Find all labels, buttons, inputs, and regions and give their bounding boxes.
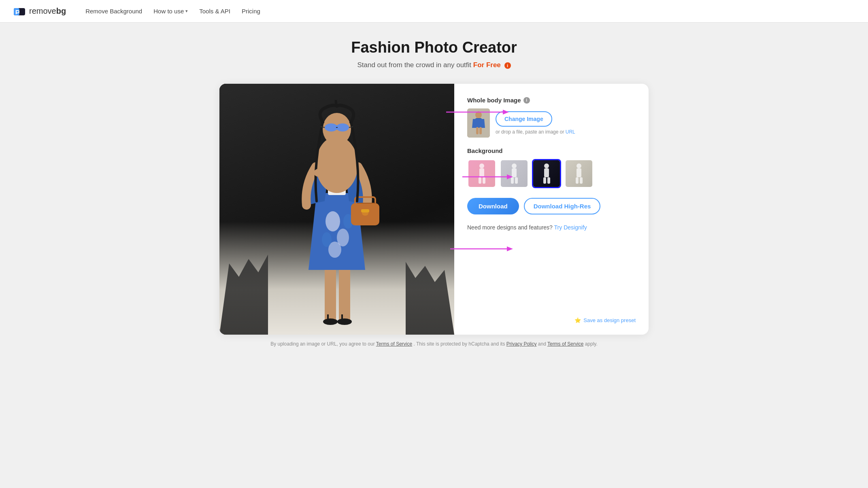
- background-label: Background: [467, 147, 636, 154]
- url-link[interactable]: URL: [566, 129, 575, 135]
- page-content: Fashion Photo Creator Stand out from the…: [211, 23, 657, 378]
- nav-remove-background[interactable]: Remove Background: [85, 8, 142, 15]
- fashion-figure: [276, 100, 398, 335]
- chevron-down-icon: ▾: [185, 8, 188, 14]
- svg-point-52: [577, 163, 581, 168]
- logo-icon: [13, 5, 26, 18]
- bg-thumb-inner-1: [468, 160, 495, 187]
- page-subtitle: Stand out from the crowd in any outfit F…: [219, 61, 649, 69]
- fashion-photo: [219, 84, 454, 335]
- svg-rect-53: [577, 168, 581, 177]
- bg-option-2[interactable]: [500, 159, 529, 188]
- thumb-inner: [467, 108, 490, 138]
- change-image-button[interactable]: Change Image: [496, 111, 552, 127]
- upload-actions: Change Image or drop a file, paste an im…: [496, 111, 575, 135]
- nav-how-to-use[interactable]: How to use ▾: [153, 8, 188, 15]
- page-title: Fashion Photo Creator: [219, 39, 649, 56]
- svg-rect-42: [479, 177, 481, 184]
- svg-rect-45: [512, 168, 517, 177]
- svg-point-11: [337, 318, 352, 325]
- background-section: Background: [467, 147, 636, 188]
- save-preset-btn[interactable]: ⭐ Save as design preset: [467, 317, 636, 323]
- download-button[interactable]: Download: [467, 198, 519, 214]
- svg-rect-47: [515, 177, 518, 184]
- main-nav: Remove Background How to use ▾ Tools & A…: [85, 8, 260, 15]
- main-card-wrapper: Whole body Image i: [219, 84, 649, 335]
- svg-rect-51: [547, 177, 550, 184]
- bg-thumb-inner-2: [501, 160, 528, 187]
- whole-body-info-icon[interactable]: i: [523, 97, 530, 104]
- designify-row: Need more designs and features? Try Desi…: [467, 224, 636, 231]
- download-row: Download Download High-Res: [467, 198, 636, 214]
- logo[interactable]: removebg: [13, 5, 66, 18]
- image-area: [219, 84, 454, 335]
- svg-point-40: [479, 163, 484, 168]
- bg-figure-1: [474, 163, 489, 185]
- designify-link[interactable]: Try Designify: [554, 224, 587, 231]
- svg-point-36: [475, 111, 482, 119]
- current-image-thumbnail: [467, 108, 490, 138]
- spacer: [467, 240, 636, 308]
- svg-point-17: [322, 232, 332, 247]
- nav-tools-api[interactable]: Tools & API: [199, 8, 230, 15]
- svg-rect-26: [361, 209, 369, 212]
- header: removebg Remove Background How to use ▾ …: [0, 0, 868, 23]
- download-hires-button[interactable]: Download High-Res: [524, 198, 601, 214]
- main-card: Whole body Image i: [219, 84, 649, 335]
- svg-rect-46: [511, 177, 514, 184]
- svg-point-10: [323, 318, 338, 325]
- nav-pricing[interactable]: Pricing: [242, 8, 260, 15]
- svg-rect-54: [576, 177, 579, 184]
- footer-privacy-link[interactable]: Privacy Policy: [506, 341, 537, 347]
- svg-point-29: [325, 123, 338, 132]
- bg-option-3[interactable]: [532, 159, 561, 188]
- svg-rect-12: [327, 314, 329, 323]
- bg-thumb-inner-4: [566, 160, 592, 187]
- bg-option-4[interactable]: [564, 159, 594, 188]
- svg-rect-39: [479, 127, 482, 134]
- upload-section: Whole body Image i: [467, 97, 636, 138]
- svg-point-14: [326, 211, 340, 231]
- star-icon: ⭐: [574, 317, 581, 323]
- svg-rect-49: [544, 168, 549, 177]
- bg-thumb-inner-3: [533, 160, 560, 187]
- bg-figure-4: [572, 163, 586, 185]
- footer-tos-link[interactable]: Terms of Service: [376, 341, 412, 347]
- svg-point-30: [336, 123, 349, 132]
- image-upload-row: Change Image or drop a file, paste an im…: [467, 108, 636, 138]
- for-free-badge: For Free: [473, 61, 501, 69]
- svg-rect-38: [476, 127, 479, 134]
- svg-rect-9: [339, 262, 350, 323]
- svg-rect-13: [341, 314, 343, 323]
- thumb-figure: [467, 108, 490, 138]
- bg-figure-2: [507, 163, 521, 185]
- svg-point-44: [512, 163, 517, 168]
- info-icon[interactable]: i: [504, 62, 511, 69]
- controls-area: Whole body Image i: [454, 84, 649, 335]
- svg-rect-8: [325, 262, 336, 323]
- whole-body-label: Whole body Image i: [467, 97, 636, 104]
- svg-rect-50: [543, 177, 546, 184]
- bg-option-1[interactable]: [467, 159, 496, 188]
- bg-figure-3: [539, 163, 554, 185]
- svg-rect-41: [479, 168, 484, 177]
- svg-rect-43: [483, 177, 485, 184]
- bg-thumbnails: [467, 159, 636, 188]
- logo-text: removebg: [29, 6, 66, 16]
- svg-rect-55: [580, 177, 583, 184]
- footer: By uploading an image or URL, you agree …: [219, 335, 649, 353]
- drop-hint: or drop a file, paste an image or URL: [496, 129, 575, 135]
- svg-point-48: [544, 163, 549, 168]
- svg-point-34: [314, 169, 323, 177]
- footer-tos2-link[interactable]: Terms of Service: [547, 341, 583, 347]
